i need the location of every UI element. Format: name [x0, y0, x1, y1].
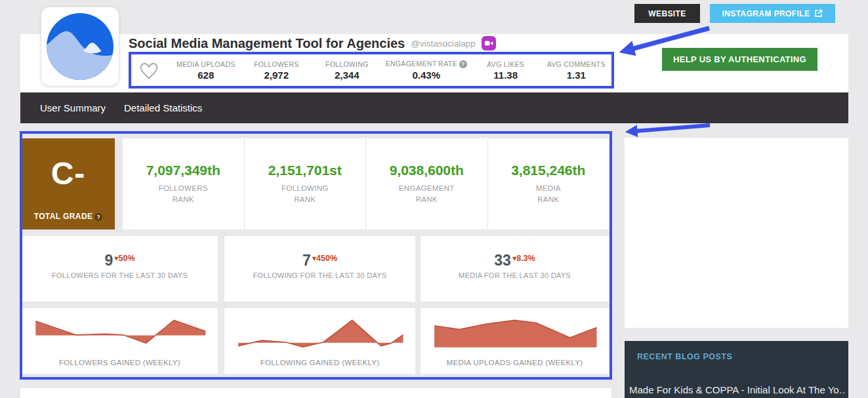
rank-value: 2,151,701st [268, 163, 342, 178]
media-rank: 3,815,246th MEDIA RANK [488, 138, 610, 229]
stat-media-uploads: MEDIA UPLOADS 628 [171, 60, 241, 81]
delta-label: MEDIA FOR THE LAST 30 DAYS [421, 271, 609, 279]
profile-handle: @vistasocialapp [411, 39, 476, 49]
delta-change: ▾50% [114, 254, 134, 263]
followers-weekly-chart [32, 315, 207, 351]
video-camera-icon [482, 36, 496, 50]
stat-value: 2,344 [312, 70, 382, 81]
vista-social-logo-icon [47, 13, 114, 80]
instagram-profile-button-label: INSTAGRAM PROFILE [722, 9, 810, 18]
recent-blog-posts-heading: RECENT BLOG POSTS [637, 352, 732, 361]
chart-label: MEDIA UPLOADS GAINED (WEEKLY) [421, 359, 609, 367]
stat-following: FOLLOWING 2,344 [312, 60, 382, 81]
avatar [41, 7, 119, 87]
help-question-icon[interactable]: ? [459, 60, 467, 68]
media-weekly-chart [431, 315, 598, 351]
stat-label: MEDIA UPLOADS [171, 60, 241, 68]
total-grade-card: C- TOTAL GRADE? [22, 138, 115, 229]
rank-label: FOLLOWING [281, 183, 329, 194]
delta-change: ▾450% [312, 254, 337, 263]
stat-label: AVG LIKES [470, 60, 541, 68]
rank-value: 3,815,246th [511, 163, 585, 178]
ranks-card: 7,097,349th FOLLOWERS RANK 2,151,701st F… [123, 138, 609, 229]
rank-label: RANK [537, 194, 559, 205]
total-grade-value: C- [22, 155, 115, 191]
delta-change-value: 8.3% [516, 254, 535, 263]
external-link-icon [814, 9, 823, 18]
stat-label: AVG COMMENTS [541, 60, 611, 68]
rank-label: RANK [173, 194, 194, 205]
stat-label-text: ENGAGEMENT RATE [386, 60, 457, 68]
engagement-rank: 9,038,600th ENGAGEMENT RANK [366, 138, 488, 229]
ad-placeholder [625, 138, 848, 328]
following-weekly-chart [235, 315, 405, 351]
delta-value: 33 [494, 252, 511, 269]
followers-30d-card: 9▾50% FOLLOWERS FOR THE LAST 30 DAYS [22, 236, 218, 302]
delta-value: 9 [104, 252, 113, 269]
stat-engagement-rate: ENGAGEMENT RATE? 0.43% [382, 60, 470, 81]
followers-rank: 7,097,349th FOLLOWERS RANK [123, 138, 245, 229]
help-question-icon[interactable]: ? [94, 213, 102, 221]
stat-value: 11.38 [470, 70, 541, 81]
rank-value: 9,038,600th [390, 163, 464, 178]
total-grade-label: TOTAL GRADE? [22, 212, 115, 221]
media-weekly-card: MEDIA UPLOADS GAINED (WEEKLY) [421, 308, 609, 374]
stat-followers: FOLLOWERS 2,972 [241, 60, 312, 81]
chart-label: FOLLOWERS GAINED (WEEKLY) [22, 359, 218, 367]
rank-label: RANK [416, 194, 438, 205]
profile-nav: User Summary Detailed Statistics [20, 92, 848, 123]
rank-label: ENGAGEMENT [399, 183, 455, 194]
rank-value: 7,097,349th [146, 163, 220, 178]
stat-label: FOLLOWERS [241, 60, 312, 68]
stat-value: 2,972 [241, 70, 312, 81]
tab-user-summary[interactable]: User Summary [31, 92, 115, 123]
stat-label: FOLLOWING [312, 60, 382, 68]
authenticate-button[interactable]: HELP US BY AUTHENTICATING [662, 48, 817, 71]
next-section-preview [20, 388, 611, 398]
stat-value: 0.43% [382, 70, 470, 81]
following-rank: 2,151,701st FOLLOWING RANK [245, 138, 367, 229]
profile-stats-box: MEDIA UPLOADS 628 FOLLOWERS 2,972 FOLLOW… [129, 52, 614, 89]
favorite-heart-icon[interactable] [138, 60, 160, 80]
blog-post-link[interactable]: Made For Kids & COPPA - Initial Look At … [629, 384, 846, 395]
delta-label: FOLLOWING FOR THE LAST 30 DAYS [224, 271, 415, 279]
delta-value: 7 [302, 252, 311, 269]
stat-avg-likes: AVG LIKES 11.38 [470, 60, 541, 81]
delta-label: FOLLOWERS FOR THE LAST 30 DAYS [22, 271, 218, 279]
recent-blog-posts-box: RECENT BLOG POSTS Made For Kids & COPPA … [625, 341, 848, 398]
delta-change-value: 450% [316, 254, 337, 263]
profile-title-row: Social Media Management Tool for Agencie… [129, 35, 496, 52]
delta-change: ▾8.3% [512, 254, 535, 263]
followers-weekly-card: FOLLOWERS GAINED (WEEKLY) [22, 308, 218, 374]
tab-detailed-statistics[interactable]: Detailed Statistics [115, 92, 211, 123]
following-30d-card: 7▾450% FOLLOWING FOR THE LAST 30 DAYS [224, 236, 415, 302]
instagram-profile-button[interactable]: INSTAGRAM PROFILE [710, 4, 835, 23]
media-30d-card: 33▾8.3% MEDIA FOR THE LAST 30 DAYS [421, 236, 609, 302]
stat-value: 1.31 [541, 70, 611, 81]
chart-label: FOLLOWING GAINED (WEEKLY) [224, 359, 415, 367]
rank-label: MEDIA [536, 183, 561, 194]
stat-label: ENGAGEMENT RATE? [382, 60, 470, 68]
stat-avg-comments: AVG COMMENTS 1.31 [541, 60, 611, 81]
rank-label: RANK [294, 194, 316, 205]
website-button[interactable]: WEBSITE [634, 4, 700, 23]
total-grade-label-text: TOTAL GRADE [34, 212, 93, 221]
following-weekly-card: FOLLOWING GAINED (WEEKLY) [224, 308, 415, 374]
delta-change-value: 50% [119, 254, 135, 263]
stat-value: 628 [171, 70, 241, 81]
rank-label: FOLLOWERS [159, 183, 208, 194]
page-title: Social Media Management Tool for Agencie… [129, 36, 405, 51]
